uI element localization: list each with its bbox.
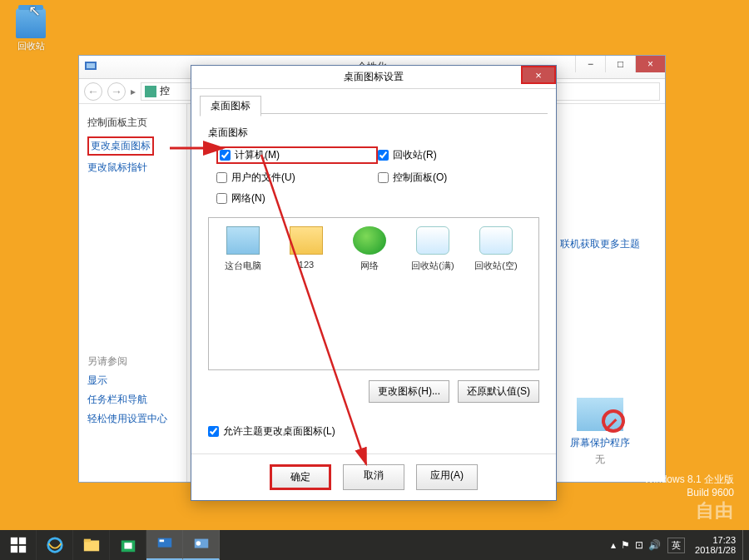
icon-bin-full-label: 回收站(满) xyxy=(404,260,462,272)
icon-preview-box: 这台电脑 123 网络 回收站(满) 回收站(空) xyxy=(208,217,539,370)
sidebar-change-pointers[interactable]: 更改鼠标指针 xyxy=(87,161,178,175)
network-tray-icon[interactable]: ⊡ xyxy=(635,539,643,551)
dialog-title: 桌面图标设置 xyxy=(344,70,404,84)
checkbox-allow-themes-label: 允许主题更改桌面图标(L) xyxy=(223,424,335,439)
checkbox-computer[interactable]: 计算机(M) xyxy=(216,146,378,164)
svg-rect-14 xyxy=(159,540,164,543)
dialog-close-button[interactable]: × xyxy=(521,66,556,84)
sidebar: 控制面板主页 更改桌面图标 更改鼠标指针 另请参阅 显示 任务栏和导航 轻松使用… xyxy=(79,104,187,482)
checkbox-computer-input[interactable] xyxy=(220,150,231,161)
checkbox-recycle-label: 回收站(R) xyxy=(393,148,437,162)
icon-user-folder-label: 123 xyxy=(277,260,335,270)
icon-bin-full[interactable]: 回收站(满) xyxy=(404,226,462,272)
sidebar-taskbar-nav[interactable]: 任务栏和导航 xyxy=(87,393,178,407)
checkbox-userfiles-input[interactable] xyxy=(216,172,227,183)
checkbox-userfiles[interactable]: 用户的文件(U) xyxy=(216,171,378,185)
volume-icon[interactable]: 🔊 xyxy=(648,539,661,551)
screensaver-box[interactable]: 屏幕保护程序 无 xyxy=(560,398,640,467)
checkbox-allow-themes[interactable]: 允许主题更改桌面图标(L) xyxy=(208,424,539,439)
svg-rect-9 xyxy=(83,541,98,552)
minimize-button[interactable]: − xyxy=(575,56,605,72)
flag-icon[interactable]: ⚑ xyxy=(621,539,630,551)
recycle-bin-label: 回收站 xyxy=(10,40,52,52)
screensaver-none: 无 xyxy=(560,453,640,467)
svg-rect-5 xyxy=(18,538,25,544)
sidebar-display[interactable]: 显示 xyxy=(87,374,178,388)
group-desktop-icons: 桌面图标 xyxy=(208,126,539,140)
bin-empty-icon xyxy=(479,226,513,255)
tray-up-icon[interactable]: ▴ xyxy=(611,539,616,551)
checkbox-computer-label: 计算机(M) xyxy=(235,148,280,162)
dialog-titlebar: 桌面图标设置 × xyxy=(191,66,556,89)
start-button[interactable] xyxy=(0,530,37,560)
taskbar-ie[interactable] xyxy=(37,530,73,560)
taskbar-app-2[interactable] xyxy=(183,530,220,560)
taskbar-app-1[interactable] xyxy=(146,530,183,560)
icon-bin-empty[interactable]: 回收站(空) xyxy=(467,226,525,272)
apply-button[interactable]: 应用(A) xyxy=(416,464,478,490)
taskbar-date: 2018/1/28 xyxy=(695,545,736,555)
taskbar-explorer[interactable] xyxy=(73,530,110,560)
icon-network-label: 网络 xyxy=(340,260,399,272)
svg-rect-12 xyxy=(124,543,131,548)
folder-icon xyxy=(290,226,323,255)
svg-rect-1 xyxy=(87,63,95,68)
bin-full-icon xyxy=(416,226,449,255)
computer-icon xyxy=(226,226,260,255)
cursor-icon: ↖ xyxy=(28,2,41,20)
checkbox-userfiles-label: 用户的文件(U) xyxy=(231,171,295,185)
icon-user-folder[interactable]: 123 xyxy=(277,226,335,270)
taskbar: ▴ ⚑ ⊡ 🔊 英 17:23 2018/1/28 xyxy=(0,530,749,560)
show-desktop-button[interactable] xyxy=(742,530,747,560)
taskbar-clock[interactable]: 17:23 2018/1/28 xyxy=(695,535,736,555)
nav-back-button[interactable]: ← xyxy=(84,82,102,101)
svg-point-16 xyxy=(196,541,201,546)
checkbox-network[interactable]: 网络(N) xyxy=(216,191,378,206)
checkbox-recycle-input[interactable] xyxy=(378,150,389,161)
svg-rect-4 xyxy=(10,538,17,544)
desktop-edition: Windows 8.1 企业版 xyxy=(644,473,734,487)
checkbox-recycle[interactable]: 回收站(R) xyxy=(378,146,539,164)
sidebar-see-also: 另请参阅 xyxy=(87,354,178,369)
svg-rect-13 xyxy=(157,538,171,548)
ime-indicator[interactable]: 英 xyxy=(667,538,685,553)
tray-icons[interactable]: ▴ ⚑ ⊡ 🔊 xyxy=(611,539,661,551)
close-button[interactable]: × xyxy=(635,56,665,72)
desktop-watermark: Windows 8.1 企业版 Build 9600 自由 xyxy=(644,473,734,523)
change-icon-button[interactable]: 更改图标(H)... xyxy=(369,380,449,403)
more-themes-link[interactable]: 联机获取更多主题 xyxy=(560,237,640,251)
icon-network[interactable]: 网络 xyxy=(340,226,399,272)
sidebar-home[interactable]: 控制面板主页 xyxy=(87,116,178,130)
screensaver-label: 屏幕保护程序 xyxy=(560,436,640,450)
sidebar-ease-center[interactable]: 轻松使用设置中心 xyxy=(87,412,178,426)
nav-up-icon[interactable]: ▸ xyxy=(131,86,136,97)
checkbox-network-input[interactable] xyxy=(216,193,227,204)
ok-button[interactable]: 确定 xyxy=(270,464,331,490)
svg-rect-10 xyxy=(83,539,90,543)
network-icon xyxy=(353,226,386,255)
screensaver-icon xyxy=(577,398,623,431)
svg-rect-6 xyxy=(10,546,17,553)
icon-this-pc[interactable]: 这台电脑 xyxy=(214,226,272,272)
sidebar-change-desktop-icons[interactable]: 更改桌面图标 xyxy=(87,136,154,156)
icon-this-pc-label: 这台电脑 xyxy=(214,260,272,272)
checkbox-controlpanel[interactable]: 控制面板(O) xyxy=(378,171,539,185)
maximize-button[interactable]: □ xyxy=(605,56,635,72)
checkbox-controlpanel-label: 控制面板(O) xyxy=(393,171,447,185)
tab-desktop-icons[interactable]: 桌面图标 xyxy=(200,96,261,116)
checkbox-controlpanel-input[interactable] xyxy=(378,172,389,183)
checkbox-allow-themes-input[interactable] xyxy=(208,426,219,437)
desktop-icon-settings-dialog: 桌面图标设置 × 桌面图标 桌面图标 计算机(M) 回收站(R) 用户的文件(U… xyxy=(191,65,557,501)
taskbar-time: 17:23 xyxy=(695,535,736,545)
breadcrumb-text: 控 xyxy=(160,84,170,98)
restore-default-button[interactable]: 还原默认值(S) xyxy=(458,380,539,403)
nav-forward-button[interactable]: → xyxy=(107,82,126,101)
breadcrumb-icon xyxy=(145,86,156,97)
brand-watermark: 自由 xyxy=(644,499,734,523)
icon-bin-empty-label: 回收站(空) xyxy=(467,260,525,272)
personalization-icon xyxy=(84,59,97,72)
cancel-button[interactable]: 取消 xyxy=(343,464,404,490)
taskbar-store[interactable] xyxy=(110,530,146,560)
svg-rect-7 xyxy=(18,546,25,553)
desktop-build: Build 9600 xyxy=(644,487,734,500)
